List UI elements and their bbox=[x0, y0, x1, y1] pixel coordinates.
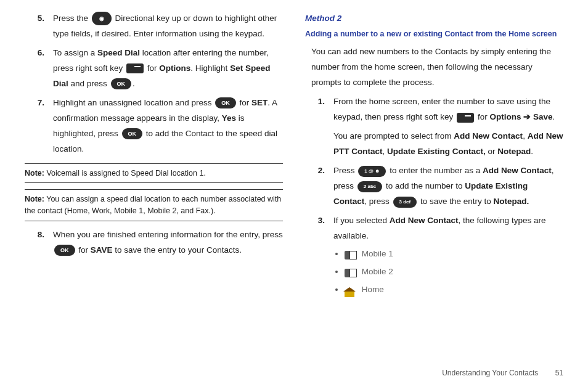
left-steps-list: 5. Press the ◉ Directional key up or dow… bbox=[25, 11, 283, 157]
step-number: 8. bbox=[25, 227, 53, 258]
dpad-icon: ◉ bbox=[92, 12, 112, 25]
key-3-icon: 3 def bbox=[393, 197, 417, 208]
page-content: 5. Press the ◉ Directional key up or dow… bbox=[0, 0, 588, 304]
step-8: 8. When you are finished entering inform… bbox=[25, 227, 283, 258]
list-item: Mobile 1 bbox=[345, 247, 563, 262]
mobile1-icon bbox=[345, 250, 357, 259]
page-number: 51 bbox=[555, 369, 563, 377]
ok-key-icon: OK bbox=[122, 128, 143, 139]
note-2: Note: You can assign a speed dial locati… bbox=[25, 189, 283, 221]
note-1: Note: Voicemail is assigned to Speed Dia… bbox=[25, 163, 283, 184]
key-2-icon: 2 abc bbox=[357, 181, 382, 192]
right-softkey-icon bbox=[457, 113, 474, 123]
note-text: You can assign a speed dial location to … bbox=[25, 195, 281, 215]
step-number: 6. bbox=[25, 46, 53, 92]
list-item: Mobile 2 bbox=[345, 264, 563, 280]
ok-key-icon: OK bbox=[215, 97, 236, 108]
step-7: 7. Highlight an unassigned location and … bbox=[25, 96, 283, 157]
step-body: When you are finished entering informati… bbox=[53, 227, 283, 258]
step-body: Press 1 @ ☻ to enter the number as a Add… bbox=[333, 163, 563, 210]
step-body: From the home screen, enter the number t… bbox=[333, 94, 563, 160]
left-column: 5. Press the ◉ Directional key up or dow… bbox=[25, 11, 283, 304]
ok-key-icon: OK bbox=[111, 78, 132, 89]
step-number: 1. bbox=[305, 94, 333, 160]
method-subtitle: Adding a number to a new or existing Con… bbox=[305, 29, 563, 40]
note-text: Voicemail is assigned to Speed Dial loca… bbox=[44, 169, 206, 178]
step-body: Press the ◉ Directional key up or down t… bbox=[53, 11, 283, 42]
step-body: If you selected Add New Contact, the fol… bbox=[333, 213, 563, 300]
step-body: Highlight an unassigned location and pre… bbox=[53, 96, 283, 157]
right-softkey-icon bbox=[126, 63, 144, 73]
step-number: 7. bbox=[25, 96, 53, 157]
section-title: Understanding Your Contacts bbox=[442, 369, 538, 377]
intro-paragraph: You can add new numbers to the Contacts … bbox=[311, 44, 563, 91]
step-6: 6. To assign a Speed Dial location after… bbox=[25, 46, 283, 92]
left-steps-continued: 8. When you are finished entering inform… bbox=[25, 227, 283, 258]
step-body: To assign a Speed Dial location after en… bbox=[53, 46, 283, 92]
key-1-icon: 1 @ ☻ bbox=[358, 166, 386, 177]
page-footer: Understanding Your Contacts 51 bbox=[442, 366, 563, 380]
step-number: 3. bbox=[305, 213, 333, 300]
step-5: 5. Press the ◉ Directional key up or dow… bbox=[25, 11, 283, 42]
contact-type-list: Mobile 1 Mobile 2 Home bbox=[345, 247, 563, 298]
right-column: Method 2 Adding a number to a new or exi… bbox=[305, 11, 563, 304]
method-heading: Method 2 bbox=[305, 11, 563, 27]
mobile2-icon bbox=[345, 267, 357, 277]
note-label: Note: bbox=[25, 195, 44, 203]
list-item: Home bbox=[345, 282, 563, 298]
r-step-2: 2. Press 1 @ ☻ to enter the number as a … bbox=[305, 163, 563, 210]
ok-key-icon: OK bbox=[54, 245, 75, 256]
step-number: 2. bbox=[305, 163, 333, 210]
note-label: Note: bbox=[25, 169, 44, 178]
home-icon bbox=[345, 285, 357, 295]
step-number: 5. bbox=[25, 11, 53, 42]
right-steps-list: 1. From the home screen, enter the numbe… bbox=[305, 94, 563, 300]
r-step-3: 3. If you selected Add New Contact, the … bbox=[305, 213, 563, 300]
r-step-1: 1. From the home screen, enter the numbe… bbox=[305, 94, 563, 160]
